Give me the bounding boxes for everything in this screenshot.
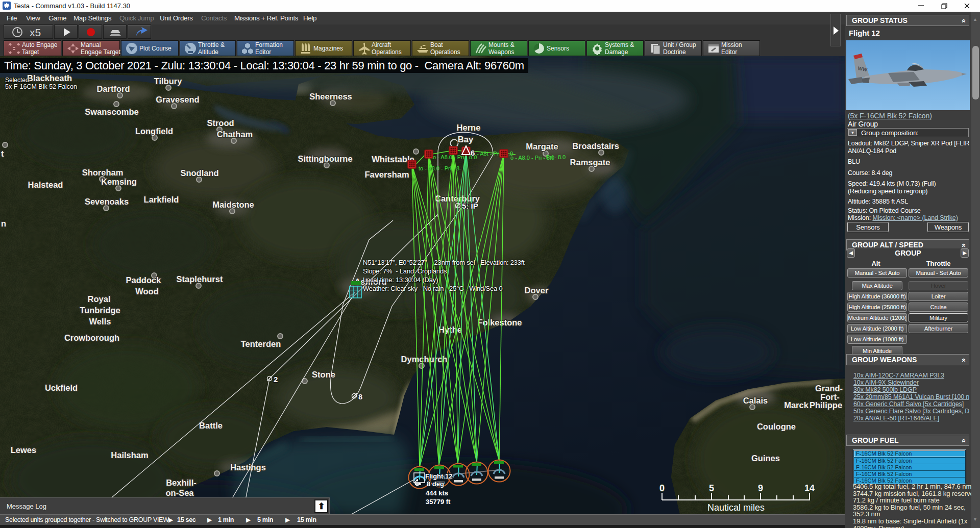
svg-text:Dover: Dover — [525, 286, 549, 295]
svg-text:Paddock: Paddock — [126, 275, 162, 285]
svg-text:Calais: Calais — [743, 396, 768, 405]
svg-text:Sevenoaks: Sevenoaks — [85, 197, 129, 206]
svg-text:- Pri - 8.0: - Pri - 8.0 — [543, 154, 566, 160]
svg-text:Margate: Margate — [526, 142, 558, 151]
svg-text:Ramsgate: Ramsgate — [570, 158, 610, 167]
svg-text:5: 5 — [709, 483, 714, 493]
svg-text:Bay: Bay — [458, 135, 474, 144]
svg-text:Sheerness: Sheerness — [309, 92, 352, 101]
svg-text:Gravesend: Gravesend — [156, 95, 199, 104]
svg-text:n: n — [1, 219, 6, 228]
svg-text:Flight 12: Flight 12 — [425, 472, 452, 480]
svg-text:Larkfield: Larkfield — [144, 195, 179, 204]
svg-text:Wood: Wood — [135, 287, 159, 296]
svg-text:to - A8.0 - Pri - 8-: to - A8.0 - Pri - 8- — [419, 165, 461, 171]
svg-text:Coulogne: Coulogne — [757, 422, 796, 431]
svg-text:Tenterden: Tenterden — [241, 339, 281, 348]
svg-text:Battle: Battle — [199, 421, 223, 430]
svg-text:6: 6 — [471, 148, 475, 157]
svg-text:Hailsham: Hailsham — [111, 450, 148, 460]
svg-text:Grand-: Grand- — [815, 384, 843, 393]
svg-text:Faversham: Faversham — [364, 170, 409, 179]
svg-text:Broadstairs: Broadstairs — [572, 141, 619, 150]
svg-text:Royal: Royal — [88, 294, 111, 304]
svg-text:Swanscombe: Swanscombe — [85, 107, 138, 116]
svg-text:t: t — [1, 149, 4, 158]
svg-text:Tilbury: Tilbury — [154, 77, 183, 86]
svg-text:Herne: Herne — [457, 123, 481, 132]
svg-text:Strood: Strood — [207, 118, 234, 128]
svg-text:35779 ft: 35779 ft — [426, 498, 451, 506]
svg-text:5: IP: 5: IP — [462, 202, 478, 210]
svg-text:Marck: Marck — [784, 400, 809, 410]
svg-text:8: 8 — [358, 392, 362, 401]
svg-text:Chatham: Chatham — [217, 130, 253, 139]
svg-text:Dymchurch: Dymchurch — [401, 355, 448, 364]
svg-text:Crowborough: Crowborough — [64, 333, 119, 342]
svg-text:Maidstone: Maidstone — [212, 200, 254, 209]
svg-text:9: 9 — [758, 483, 763, 493]
svg-text:Uckfield: Uckfield — [45, 383, 78, 392]
svg-text:Blackheath: Blackheath — [27, 73, 72, 83]
svg-text:Shoreham: Shoreham — [82, 168, 124, 177]
svg-text:Sittingbourne: Sittingbourne — [298, 154, 352, 163]
svg-text:Bexhill-: Bexhill- — [166, 478, 197, 487]
svg-text:8 deg: 8 deg — [427, 480, 444, 488]
svg-text:444 kts: 444 kts — [426, 489, 448, 497]
svg-text:Wells: Wells — [89, 317, 111, 326]
svg-text:Nautical miles: Nautical miles — [707, 502, 765, 513]
svg-text:Staplehurst: Staplehurst — [177, 274, 223, 284]
svg-text:Guines: Guines — [751, 454, 780, 463]
svg-text:2: 2 — [274, 375, 278, 384]
svg-text:Dartford: Dartford — [96, 84, 130, 93]
svg-text:Tunbridge: Tunbridge — [80, 306, 120, 315]
svg-text:Hastings: Hastings — [230, 463, 266, 472]
svg-text:on-Sea: on-Sea — [165, 488, 194, 497]
svg-text:0: 0 — [659, 483, 665, 493]
svg-text:Kemsing: Kemsing — [101, 177, 137, 186]
svg-text:14: 14 — [804, 483, 815, 493]
svg-text:Snodland: Snodland — [180, 168, 218, 178]
svg-text:Halstead: Halstead — [28, 180, 63, 189]
svg-text:Philippe: Philippe — [810, 400, 842, 410]
svg-text:x5: x5 — [30, 27, 41, 38]
svg-text:Lewes: Lewes — [11, 445, 36, 455]
svg-text:Longfield: Longfield — [135, 127, 173, 136]
